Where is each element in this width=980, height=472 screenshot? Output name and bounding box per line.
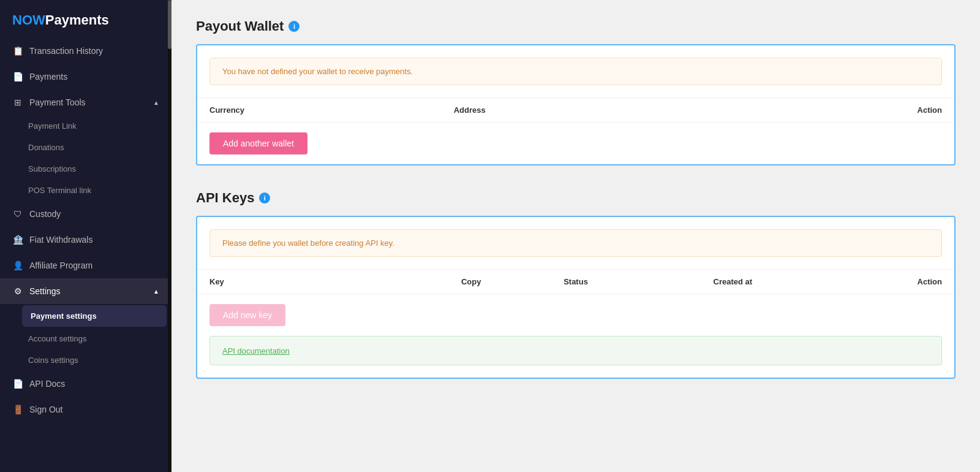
payment-tools-arrow: ▲: [153, 99, 159, 106]
add-another-wallet-button[interactable]: Add another wallet: [209, 132, 307, 154]
payout-wallet-table-body: Add another wallet: [197, 123, 954, 164]
sign-out-icon: 🚪: [12, 404, 23, 415]
sidebar: NOWPayments 📋 Transaction History 📄 Paym…: [0, 0, 172, 472]
sidebar-item-transaction-history[interactable]: 📋 Transaction History: [0, 38, 172, 64]
sidebar-item-label: Sign Out: [29, 405, 62, 414]
payout-wallet-table-header: Currency Address Action: [197, 97, 954, 123]
payout-wallet-title: Payout Wallet i: [196, 18, 956, 34]
sidebar-item-label: API Docs: [29, 379, 65, 389]
main-content: Payout Wallet i You have not defined you…: [172, 0, 980, 472]
col-key-header: Key: [209, 277, 419, 286]
sidebar-subitem-subscriptions[interactable]: Subscriptions: [0, 158, 172, 180]
sidebar-item-custody[interactable]: 🛡 Custody: [0, 201, 172, 227]
payments-icon: 📄: [12, 71, 23, 82]
sidebar-item-payments[interactable]: 📄 Payments: [0, 64, 172, 89]
sidebar-item-label: Payments: [29, 72, 67, 82]
api-keys-table-body: Add new key: [197, 294, 954, 336]
sidebar-subitem-account-settings[interactable]: Account settings: [0, 328, 172, 349]
payout-wallet-section: Payout Wallet i You have not defined you…: [196, 18, 956, 166]
col-address-header: Address: [454, 105, 820, 115]
settings-arrow: ▲: [153, 288, 159, 295]
settings-icon: ⚙: [12, 286, 23, 297]
sidebar-subitem-donations[interactable]: Donations: [0, 137, 172, 158]
logo-now: NOW: [12, 12, 45, 28]
add-new-key-button[interactable]: Add new key: [209, 304, 285, 326]
sidebar-item-label: Affiliate Program: [29, 261, 92, 270]
sidebar-item-affiliate-program[interactable]: 👤 Affiliate Program: [0, 253, 172, 278]
api-keys-card: Please define you wallet before creating…: [196, 216, 956, 379]
sidebar-item-label: Custody: [29, 209, 61, 219]
logo: NOWPayments: [0, 0, 172, 38]
api-keys-table-header: Key Copy Status Created at Action: [197, 269, 954, 294]
sidebar-item-label: Settings: [29, 286, 61, 296]
sidebar-item-fiat-withdrawals[interactable]: 🏦 Fiat Withdrawals: [0, 227, 172, 253]
sidebar-item-label: Fiat Withdrawals: [29, 235, 92, 245]
sidebar-item-label: Transaction History: [29, 46, 103, 56]
col-action-header: Action: [820, 105, 942, 115]
col-currency-header: Currency: [209, 105, 454, 115]
custody-icon: 🛡: [12, 208, 23, 219]
sidebar-subitem-payment-link[interactable]: Payment Link: [0, 115, 172, 137]
sidebar-item-api-docs[interactable]: 📄 API Docs: [0, 371, 172, 397]
scrollbar-track: [168, 0, 172, 472]
api-documentation-link[interactable]: API documentation: [222, 346, 290, 356]
fiat-withdrawals-icon: 🏦: [12, 234, 23, 245]
sidebar-nav: 📋 Transaction History 📄 Payments ⊞ Payme…: [0, 38, 172, 472]
api-keys-warning: Please define you wallet before creating…: [209, 229, 942, 257]
col-status-header: Status: [524, 277, 628, 286]
affiliate-icon: 👤: [12, 260, 23, 271]
api-keys-info-icon[interactable]: i: [259, 192, 270, 204]
col-copy-header: Copy: [419, 277, 524, 286]
sidebar-subitem-pos-terminal-link[interactable]: POS Terminal link: [0, 180, 172, 201]
api-docs-icon: 📄: [12, 378, 23, 389]
sidebar-subitem-payment-settings[interactable]: Payment settings: [22, 305, 167, 327]
payout-wallet-warning: You have not defined your wallet to rece…: [209, 58, 942, 85]
sidebar-item-label: Payment Tools: [29, 97, 86, 107]
logo-payments: Payments: [45, 12, 109, 28]
col-action2-header: Action: [837, 277, 942, 286]
api-doc-banner: API documentation: [209, 336, 942, 365]
payout-wallet-card: You have not defined your wallet to rece…: [196, 44, 956, 166]
sidebar-item-payment-tools[interactable]: ⊞ Payment Tools ▲: [0, 89, 172, 115]
api-keys-title: API Keys i: [196, 190, 956, 206]
payment-tools-icon: ⊞: [12, 97, 23, 108]
scrollbar-thumb[interactable]: [168, 0, 172, 49]
payout-wallet-info-icon[interactable]: i: [288, 21, 300, 32]
sidebar-item-settings[interactable]: ⚙ Settings ▲: [0, 278, 172, 304]
api-keys-section: API Keys i Please define you wallet befo…: [196, 190, 956, 379]
sidebar-subitem-coins-settings[interactable]: Coins settings: [0, 349, 172, 371]
transaction-history-icon: 📋: [12, 45, 23, 56]
sidebar-item-sign-out[interactable]: 🚪 Sign Out: [0, 397, 172, 422]
col-created-header: Created at: [628, 277, 837, 286]
